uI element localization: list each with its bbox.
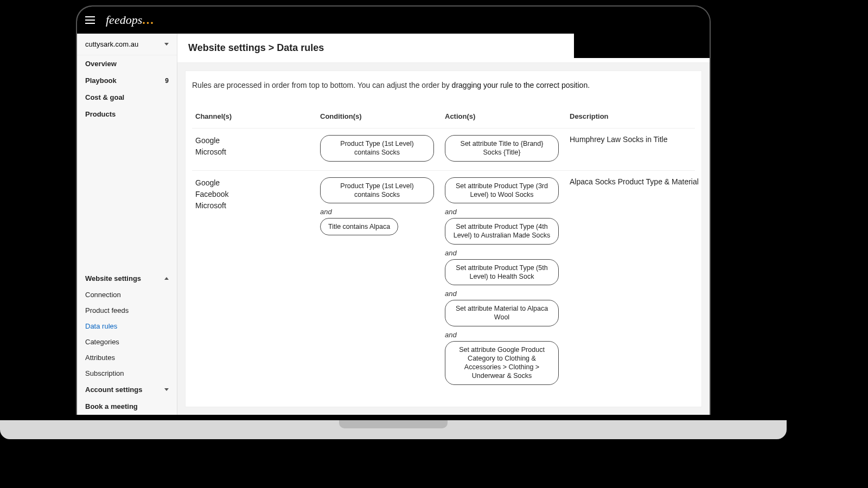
sidebar-item-label: Products [85,110,116,118]
sidebar: cuttysark.com.au OverviewPlaybook9Cost &… [77,34,177,415]
description-cell: Humphrey Law Socks in Title [566,129,695,171]
join-and: and [445,247,563,259]
main-area: Website settings > Data rules Rules are … [177,34,710,415]
actions-cell: Set attribute Title to {Brand} Socks {Ti… [442,129,566,171]
chevron-down-icon [164,43,169,46]
info-part1: Rules are processed in order from top to… [192,81,452,89]
header-description: Description [566,108,695,129]
laptop-notch [339,420,448,428]
sidebar-item-label: Overview [85,60,117,68]
chevron-up-icon [164,277,169,280]
sidebar-item-subscription[interactable]: Subscription [77,365,177,381]
table-row[interactable]: GoogleFacebookMicrosoftProduct Type (1st… [192,170,695,394]
site-selector[interactable]: cuttysark.com.au [77,34,177,55]
header-actions: Action(s) [442,108,566,129]
description-cell: Alpaca Socks Product Type & Material [566,170,695,394]
table-row[interactable]: GoogleMicrosoftProduct Type (1st Level) … [192,129,695,171]
sidebar-item-drules[interactable]: Data rules [77,318,177,334]
channel-name: Google [195,177,314,189]
action-pill[interactable]: Set attribute Google Product Category to… [445,341,559,385]
join-and: and [445,287,563,300]
sidebar-item-book[interactable]: Book a meeting [77,398,177,415]
action-pill[interactable]: Set attribute Material to Alpaca Wool [445,300,559,326]
sidebar-item-label: Product feeds [85,306,129,314]
conditions-cell: Product Type (1st Level) contains Socks [317,129,442,171]
sidebar-item-attributes[interactable]: Attributes [77,350,177,365]
sidebar-item-categories[interactable]: Categories [77,334,177,350]
sidebar-item-label: Subscription [85,369,124,377]
app-window: feedops... cuttysark.com.au OverviewPlay… [77,7,710,415]
table-header-row: Channel(s) Condition(s) Action(s) Descri… [192,108,695,129]
nav-spacer [77,123,177,270]
action-pill[interactable]: Set attribute Title to {Brand} Socks {Ti… [445,135,559,162]
sidebar-item-ws[interactable]: Website settings [77,270,177,287]
brand-logo[interactable]: feedops... [106,13,155,27]
content-card: Rules are processed in order from top to… [185,70,702,407]
sidebar-item-playbook[interactable]: Playbook9 [77,72,177,89]
action-pill[interactable]: Set attribute Product Type (4th Level) t… [445,218,559,245]
channel-name: Microsoft [195,146,314,158]
laptop-base [0,420,787,439]
header-channels: Channel(s) [192,108,317,129]
sidebar-item-label: Website settings [85,274,141,282]
sidebar-item-overview[interactable]: Overview [77,55,177,72]
app-body: cuttysark.com.au OverviewPlaybook9Cost &… [77,34,710,415]
rules-table: Channel(s) Condition(s) Action(s) Descri… [192,108,695,394]
sidebar-item-costgoal[interactable]: Cost & goal [77,89,177,106]
topbar-right-mask [574,7,710,58]
sidebar-item-label: Connection [85,291,121,299]
join-and: and [445,206,563,218]
laptop-screen: feedops... cuttysark.com.au OverviewPlay… [76,5,711,415]
sidebar-item-label: Categories [85,338,119,346]
sidebar-item-label: Cost & goal [85,93,124,101]
laptop-frame: feedops... cuttysark.com.au OverviewPlay… [71,0,716,420]
sidebar-item-badge: 9 [165,77,169,85]
sidebar-item-label: Playbook [85,76,117,85]
channels-cell: GoogleFacebookMicrosoft [192,170,317,394]
action-pill[interactable]: Set attribute Product Type (5th Level) t… [445,259,559,286]
sidebar-item-pfeeds[interactable]: Product feeds [77,303,177,318]
sidebar-item-label: Attributes [85,354,115,362]
brand-name: feedops [106,13,142,27]
action-pill[interactable]: Set attribute Product Type (3rd Level) t… [445,177,559,204]
channel-name: Google [195,135,314,146]
join-and: and [320,206,438,218]
site-selector-label: cuttysark.com.au [85,40,138,48]
actions-cell: Set attribute Product Type (3rd Level) t… [442,170,566,394]
nav-top: OverviewPlaybook9Cost & goalProducts [77,55,177,123]
channel-name: Facebook [195,189,314,200]
condition-pill[interactable]: Product Type (1st Level) contains Socks [320,177,434,204]
info-message: Rules are processed in order from top to… [192,81,695,89]
sidebar-item-connection[interactable]: Connection [77,287,177,303]
header-conditions: Condition(s) [317,108,442,129]
sidebar-item-label: Book a meeting [85,402,138,410]
content-area: Rules are processed in order from top to… [177,63,710,415]
brand-dots: ... [142,13,155,27]
sidebar-item-products[interactable]: Products [77,106,177,123]
condition-pill[interactable]: Product Type (1st Level) contains Socks [320,135,434,162]
condition-pill[interactable]: Title contains Alpaca [320,218,398,235]
join-and: and [445,329,563,341]
menu-icon[interactable] [85,16,95,24]
channel-name: Microsoft [195,200,314,211]
chevron-down-icon [164,388,169,391]
info-part2: dragging your rule to the correct positi… [452,81,590,89]
sidebar-item-label: Data rules [85,322,117,330]
sidebar-item-label: Account settings [85,386,142,394]
nav-bottom: Website settingsConnectionProduct feedsD… [77,270,177,415]
conditions-cell: Product Type (1st Level) contains Socksa… [317,170,442,394]
channels-cell: GoogleMicrosoft [192,129,317,171]
sidebar-item-acct[interactable]: Account settings [77,381,177,398]
